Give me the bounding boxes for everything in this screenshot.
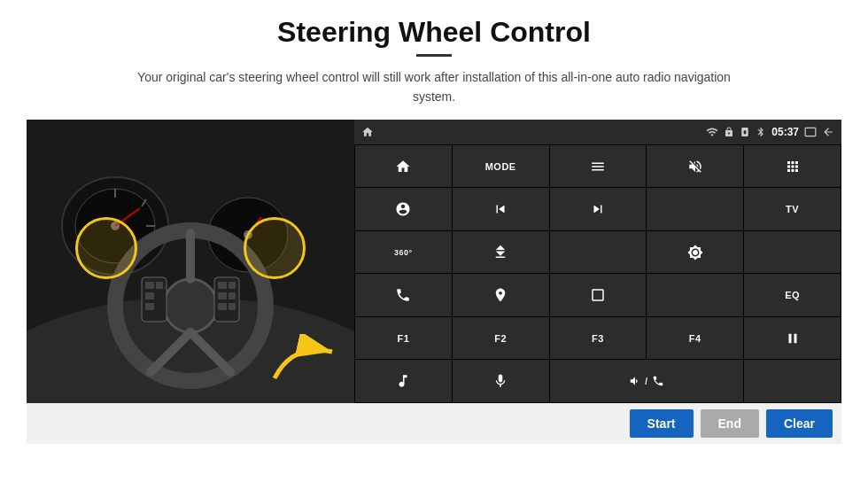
sim-icon	[740, 127, 750, 137]
btn-mute[interactable]	[647, 145, 743, 188]
btn-f2[interactable]: F1	[355, 317, 452, 360]
lock-icon	[724, 127, 734, 137]
btn-settings[interactable]	[355, 188, 452, 230]
wifi-icon	[706, 126, 718, 138]
back-icon	[822, 126, 834, 138]
btn-mic[interactable]	[453, 360, 549, 402]
status-right-icons: 05:37	[706, 126, 834, 138]
svg-rect-24	[229, 282, 236, 289]
svg-rect-23	[218, 282, 227, 289]
svg-rect-22	[145, 303, 154, 310]
arrow-icon	[266, 334, 345, 387]
btn-eject[interactable]	[453, 231, 549, 274]
btn-mode[interactable]: MODE	[453, 145, 549, 188]
end-button[interactable]: End	[701, 409, 759, 438]
btn-phone[interactable]	[355, 274, 452, 316]
btn-f4[interactable]: F3	[550, 317, 647, 360]
svg-rect-27	[218, 303, 227, 310]
btn-f1[interactable]: EQ	[744, 274, 841, 316]
svg-point-13	[164, 279, 217, 332]
screen-icon	[804, 126, 817, 138]
home-status-icon	[361, 126, 374, 138]
btn-vol-phone[interactable]: /	[550, 360, 744, 402]
bottom-bar: Start End Clear	[27, 403, 841, 444]
svg-rect-25	[218, 292, 227, 299]
btn-apps[interactable]	[744, 145, 841, 188]
btn-eq[interactable]	[647, 274, 743, 316]
btn-media[interactable]: TV	[744, 188, 841, 230]
btn-list[interactable]	[550, 145, 647, 188]
status-time: 05:37	[771, 126, 799, 138]
clear-button[interactable]: Clear	[766, 409, 833, 438]
radio-panel: 05:37 MODE	[354, 120, 841, 403]
btn-next[interactable]	[550, 188, 647, 230]
status-bar: 05:37	[354, 120, 841, 144]
empty-cell	[744, 360, 841, 402]
button-grid: MODE	[354, 144, 841, 403]
svg-rect-20	[156, 282, 163, 289]
btn-home[interactable]	[355, 145, 452, 188]
start-button[interactable]: Start	[630, 409, 694, 438]
btn-360[interactable]: 360°	[355, 231, 452, 274]
highlight-circle-right	[244, 217, 306, 279]
title-divider	[416, 54, 452, 57]
btn-screen-ratio[interactable]	[550, 274, 647, 316]
btn-dvd[interactable]	[744, 231, 841, 274]
btn-music[interactable]	[355, 360, 452, 402]
btn-f3[interactable]: F2	[453, 317, 549, 360]
page-title: Steering Wheel Control	[277, 16, 591, 49]
btn-prev[interactable]	[453, 188, 549, 230]
car-image-area	[27, 120, 354, 403]
btn-tv[interactable]	[647, 188, 743, 230]
bluetooth-icon	[756, 127, 766, 137]
btn-navi[interactable]	[453, 274, 549, 316]
page-subtitle: Your original car's steering wheel contr…	[124, 67, 744, 107]
content-row: 05:37 MODE	[27, 120, 841, 403]
svg-rect-21	[145, 292, 154, 299]
btn-brightness[interactable]	[647, 231, 743, 274]
status-left-icons	[361, 126, 374, 138]
btn-play-pause[interactable]	[744, 317, 841, 360]
svg-rect-28	[229, 303, 236, 310]
btn-f5[interactable]: F4	[647, 317, 743, 360]
btn-radio[interactable]	[550, 231, 647, 274]
svg-rect-26	[229, 292, 236, 299]
svg-rect-19	[145, 282, 154, 289]
highlight-circle-left	[75, 217, 137, 279]
